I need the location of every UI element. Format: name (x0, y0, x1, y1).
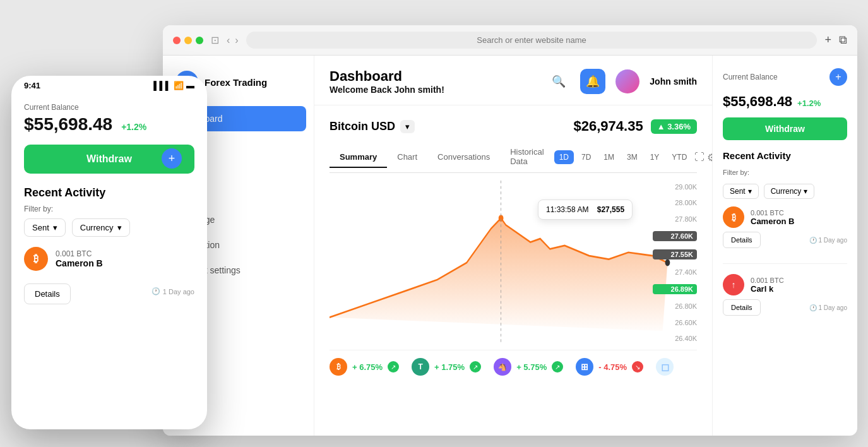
header-right: 🔍 🔔 John smith (547, 69, 697, 94)
right-btc-details-button[interactable]: Details (723, 232, 761, 248)
right-btc-icon: ₿ (723, 206, 744, 228)
ticker-btc: ₿ + 6.75% ↗ (330, 358, 399, 376)
ticker-msft: ⊞ - 4.75% ↘ (576, 358, 643, 376)
tab-conversations[interactable]: Conversations (427, 147, 500, 168)
phone-filter-sent[interactable]: Sent ▾ (24, 218, 66, 237)
chart-section: Bitcoin USD ▾ $26,974.35 ▲ 3.36% Summ (314, 105, 712, 436)
phone-balance-label: Current Balance (24, 103, 194, 112)
time-filter-1m[interactable]: 1M (598, 150, 619, 164)
time-filter-ytd[interactable]: YTD (667, 150, 692, 164)
time-filter-1y[interactable]: 1Y (645, 150, 665, 164)
minimize-window-button[interactable] (184, 37, 192, 44)
y-label-1: 29.00K (653, 183, 697, 191)
sidebar-toggle-icon[interactable]: ⊡ (211, 34, 219, 46)
notification-button[interactable]: 🔔 (580, 69, 605, 94)
other-ticker-icon: ◻ (656, 358, 674, 376)
header-text: Dashboard Welcome Back John smith! (330, 68, 444, 95)
tether-change: + 1.75% (434, 362, 465, 372)
y-label-5: 27.55K (653, 249, 697, 259)
time-filters: 1D 7D 1M 3M 1Y YTD ⛶ ⚙ (554, 150, 712, 164)
tooltip-price: $27,555 (597, 205, 624, 214)
browser-search-input[interactable] (246, 32, 817, 49)
browser-nav-icons: ⊡ (211, 34, 219, 46)
traffic-lights (173, 37, 203, 44)
y-label-7: 26.89K (653, 284, 697, 294)
crypto-tickers: ₿ + 6.75% ↗ T + 1.75% ↗ 🐴 + 5.75% ↗ (330, 350, 697, 376)
token-change: + 5.75% (516, 362, 547, 372)
maximize-window-button[interactable] (196, 37, 203, 44)
ticker-token: 🐴 + 5.75% ↗ (494, 358, 563, 376)
phone-add-button[interactable]: + (162, 148, 182, 169)
page-title: Dashboard (330, 68, 444, 85)
chevron-down-icon: ▾ (53, 223, 57, 232)
phone-change: +1.2% (121, 122, 146, 132)
activity-info: 0.001 BTC Cameron B (56, 249, 194, 268)
right-balance-info: Current Balance (723, 73, 778, 81)
right-balance-label: Current Balance (723, 73, 778, 81)
y-label-2: 28.00K (653, 199, 697, 206)
tab-summary[interactable]: Summary (330, 147, 387, 168)
expand-chart-button[interactable]: ⛶ (694, 150, 705, 164)
y-label-10: 26.40K (653, 335, 697, 342)
right-btc-amount: 0.001 BTC (751, 209, 847, 217)
price-change: ▲ 3.36% (651, 119, 697, 134)
phone-status-icons: ▌▌▌ 📶 ▬ (153, 81, 194, 90)
time-filter-7d[interactable]: 7D (576, 150, 596, 164)
y-label-3: 27.80K (653, 215, 697, 223)
time-filter-3m[interactable]: 3M (622, 150, 643, 164)
app-container: FX Forex Trading Dashboard Profile Walle… (163, 56, 857, 436)
ticker-tether: T + 1.75% ↗ (412, 358, 481, 376)
new-tab-icon[interactable]: + (824, 33, 831, 47)
right-arw-time: 🕐 1 Day ago (809, 304, 847, 311)
chart-container: 11:33:58 AM $27,555 29.00K 28.00K 27.80K… (330, 181, 697, 345)
right-arw-info: 0.001 BTC Carl k (751, 277, 847, 294)
tab-historical[interactable]: Historical Data (500, 142, 554, 172)
phone-balance: $55,698.48 (24, 114, 112, 134)
phone-time: 9:41 (24, 81, 40, 90)
y-label-6: 27.40K (653, 268, 697, 276)
phone-activity-item: ₿ 0.001 BTC Cameron B (24, 247, 194, 271)
right-arw-details-button[interactable]: Details (723, 299, 761, 316)
right-arw-icon: ↑ (723, 274, 744, 295)
time-filter-1d[interactable]: 1D (554, 150, 574, 164)
phone-recent-activity-title: Recent Activity (24, 186, 194, 200)
avatar (615, 69, 639, 93)
forward-icon[interactable]: › (235, 35, 238, 46)
right-withdraw-button[interactable]: Withdraw (723, 117, 847, 140)
phone-filter-buttons: Sent ▾ Currency ▾ (24, 218, 194, 237)
activity-amount: 0.001 BTC (56, 249, 194, 258)
chart-svg (330, 181, 697, 345)
tether-trend-icon: ↗ (470, 361, 481, 372)
wifi-icon: 📶 (174, 81, 184, 90)
y-label-8: 26.80K (653, 302, 697, 310)
right-arw-name: Carl k (751, 284, 847, 294)
btc-trend-icon: ↗ (388, 361, 399, 372)
right-btc-name: Cameron B (751, 217, 847, 226)
header-search-button[interactable]: 🔍 (547, 70, 570, 93)
settings-chart-button[interactable]: ⚙ (707, 150, 712, 164)
chart-tooltip: 11:33:58 AM $27,555 (538, 200, 633, 220)
right-filter-sent[interactable]: Sent ▾ (723, 184, 759, 199)
main-content: Dashboard Welcome Back John smith! 🔍 🔔 J… (314, 56, 712, 436)
back-icon[interactable]: ‹ (227, 35, 230, 46)
phone-details-button[interactable]: Details (24, 283, 71, 304)
phone-status-bar: 9:41 ▌▌▌ 📶 ▬ (11, 76, 207, 93)
chart-y-labels: 29.00K 28.00K 27.80K 27.60K 27.55K 27.40… (653, 181, 697, 345)
close-window-button[interactable] (173, 37, 181, 44)
copy-tab-icon[interactable]: ⧉ (839, 33, 847, 47)
msft-ticker-icon: ⊞ (576, 358, 593, 376)
browser-actions: + ⧉ (824, 33, 847, 47)
right-activity-arw: ↑ 0.001 BTC Carl k Details 🕐 1 Day ago (723, 274, 847, 316)
sidebar-title: Forex Trading (205, 77, 267, 88)
browser-arrows: ‹ › (227, 35, 239, 46)
right-filter-currency[interactable]: Currency ▾ (764, 184, 815, 199)
btc-ticker-icon: ₿ (330, 358, 347, 376)
right-add-button[interactable]: + (829, 68, 847, 86)
btc-icon: ₿ (24, 247, 48, 271)
phone-overlay: 9:41 ▌▌▌ 📶 ▬ Current Balance $55,698.48 … (11, 76, 207, 429)
tab-chart[interactable]: Chart (387, 147, 427, 168)
pair-dropdown-button[interactable]: ▾ (400, 120, 415, 133)
phone-filter-currency[interactable]: Currency ▾ (72, 218, 130, 237)
chevron-down-icon: ▾ (804, 187, 807, 196)
chart-tabs: Summary Chart Conversations Historical D… (330, 142, 697, 173)
